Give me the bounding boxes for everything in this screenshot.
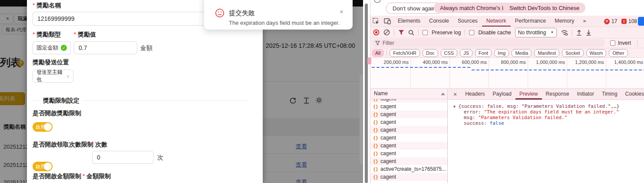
timeline-left-handle[interactable]	[367, 57, 371, 64]
close-detail-icon[interactable]: ×	[448, 91, 461, 98]
network-request-row[interactable]: {}cagent	[370, 103, 447, 110]
detail-tab-cookies[interactable]: Cookies	[621, 89, 644, 100]
filter-placeholder: Filter	[383, 40, 394, 46]
invert-label[interactable]: Invert	[618, 40, 631, 46]
json-icon: {}	[373, 136, 378, 140]
json-root-line[interactable]: ▼ {success: false, msg: "Parameters Vali…	[453, 103, 619, 110]
chip-manifest[interactable]: Manifest	[534, 49, 559, 57]
network-request-row[interactable]: {}cagent	[370, 99, 447, 103]
network-request-row[interactable]: {}cagent	[370, 150, 447, 157]
toast-close-icon[interactable]: ×	[340, 8, 343, 15]
detail-tab-initiator[interactable]: Initiator	[573, 89, 598, 100]
separator	[386, 50, 387, 57]
request-detail-tab-bar: × Headers Payload Preview Response Initi…	[448, 89, 644, 100]
json-error-line: error: "The expiration days field must b…	[464, 109, 619, 115]
page-scrollbar-thumb[interactable]	[360, 75, 363, 164]
detail-tab-response[interactable]: Response	[542, 89, 573, 100]
console-error-badge[interactable]: ✕ 17	[604, 18, 617, 24]
section-title: 獎勵限制設定	[43, 97, 79, 105]
switch-to-chinese-button[interactable]: Switch DevTools to Chinese	[503, 3, 585, 13]
invert-checkbox[interactable]	[610, 40, 615, 46]
record-button[interactable]	[373, 29, 380, 36]
filter-funnel-icon	[375, 41, 380, 45]
chip-wasm[interactable]: Wasm	[586, 49, 607, 57]
detail-tab-timing[interactable]: Timing	[598, 89, 621, 100]
filter-input[interactable]: Filter	[372, 39, 605, 47]
network-request-row[interactable]: {}cagent	[370, 181, 447, 183]
chip-media[interactable]: Media	[512, 49, 532, 57]
network-overview-timeline[interactable]: 200,000 ms 400,000 ms 600,000 ms 800,000…	[370, 58, 644, 89]
reward-value-input[interactable]: 0.7	[74, 41, 137, 54]
chip-all[interactable]: All	[372, 49, 384, 57]
request-list-header[interactable]: Name	[370, 89, 448, 99]
network-toolbar: Preserve log Disable cache No throttling…	[370, 27, 644, 38]
count-input[interactable]: 0	[92, 151, 154, 164]
clear-button[interactable]	[383, 29, 390, 36]
tab-network[interactable]: Network	[482, 16, 511, 27]
import-har-icon[interactable]	[576, 30, 582, 36]
network-request-row[interactable]: {}cagent	[370, 157, 447, 165]
throttling-select[interactable]: No throttling ▼	[515, 28, 557, 37]
reward-name-label: 獎勵名稱	[33, 2, 61, 10]
toggle-knob	[44, 123, 52, 131]
request-list: {}cagent {}cagent {}cagent {}cagent {}ca…	[370, 99, 448, 183]
tab-memory[interactable]: Memory	[550, 16, 578, 27]
chip-css[interactable]: CSS	[441, 49, 458, 57]
disable-cache-checkbox[interactable]	[469, 30, 474, 35]
inspect-element-icon[interactable]	[370, 18, 381, 25]
count-suffix-label: 次	[157, 154, 163, 162]
json-icon: {}	[373, 99, 378, 101]
detail-tab-payload[interactable]: Payload	[489, 89, 515, 100]
network-request-row[interactable]: {}cagent	[370, 126, 447, 134]
chip-doc[interactable]: Doc	[423, 49, 438, 57]
activity-dash-line	[472, 70, 644, 70]
network-conditions-icon[interactable]	[561, 30, 568, 36]
gridline	[606, 58, 606, 89]
more-tabs-button[interactable]: »	[578, 16, 590, 27]
device-toolbar-icon[interactable]	[381, 18, 393, 24]
devtools-profile-icon[interactable]	[638, 17, 644, 26]
error-toast: 提交失敗 × The expiration days field must be…	[204, 0, 353, 30]
chip-font[interactable]: Font	[475, 49, 492, 57]
chip-img[interactable]: Img	[494, 49, 509, 57]
chip-other[interactable]: Other	[609, 49, 628, 57]
chip-socket[interactable]: Socket	[562, 49, 584, 57]
network-request-row[interactable]: {}cagent	[370, 173, 447, 181]
send-position-select[interactable]: 發送至主錢包 ∨	[33, 70, 73, 83]
export-har-icon[interactable]	[586, 30, 591, 36]
toast-title: 提交失敗	[229, 9, 255, 17]
network-request-row[interactable]: {}cagent	[370, 110, 447, 118]
separator	[572, 29, 572, 36]
claim-count-toggle[interactable]: 啟用	[33, 162, 53, 171]
scroll-up-arrow-icon[interactable]	[441, 93, 445, 95]
network-request-row[interactable]: {}cagent	[370, 118, 447, 126]
preserve-log-label[interactable]: Preserve log	[432, 30, 461, 36]
detail-tab-preview[interactable]: Preview	[515, 89, 542, 100]
json-msg-line: msg: "Parameters Validation failed."	[464, 115, 567, 120]
reward-type-select[interactable]: 固定金額 ✓	[33, 41, 71, 54]
detail-tab-headers[interactable]: Headers	[461, 89, 489, 100]
window-scrollbar-thumb[interactable]	[365, 3, 368, 183]
tab-elements[interactable]: Elements	[393, 16, 425, 27]
chip-js[interactable]: JS	[460, 49, 472, 57]
amount-limit-label: 是否開啟金額限制	[33, 173, 81, 180]
issues-badge[interactable]: ! 108	[621, 18, 637, 24]
section-divider	[33, 100, 40, 101]
network-request-row-selected-json[interactable]: {}active?create_ts=1765875...	[370, 165, 447, 173]
disable-cache-label[interactable]: Disable cache	[478, 30, 511, 36]
network-request-row[interactable]: {}cagent	[370, 134, 447, 142]
preserve-log-checkbox[interactable]	[423, 30, 428, 35]
tab-console[interactable]: Console	[425, 16, 453, 27]
tab-performance[interactable]: Performance	[511, 16, 551, 27]
error-icon: ✕	[604, 19, 610, 24]
filter-toggle-icon[interactable]	[398, 30, 404, 35]
reward-limit-toggle[interactable]: 啟用	[33, 122, 53, 132]
gridline	[528, 58, 528, 89]
chip-fetch-xhr[interactable]: Fetch/XHR	[390, 49, 420, 57]
expand-caret-icon[interactable]: ▼	[453, 105, 456, 109]
issues-icon: !	[621, 19, 627, 24]
search-icon[interactable]	[408, 30, 414, 36]
network-request-row[interactable]: {}cagent	[370, 142, 447, 150]
separator	[465, 29, 465, 36]
tab-sources[interactable]: Sources	[453, 16, 482, 27]
